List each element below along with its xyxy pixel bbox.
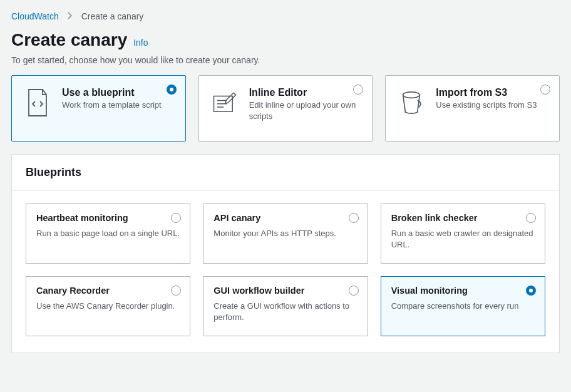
blueprint-api[interactable]: API canary Monitor your APIs as HTTP ste…	[203, 204, 368, 264]
breadcrumb-root-link[interactable]: CloudWatch	[11, 11, 59, 21]
blueprint-title: Canary Recorder	[36, 286, 180, 296]
tile-title: Import from S3	[436, 87, 547, 98]
radio-icon	[526, 286, 536, 296]
blueprint-desc: Use the AWS Canary Recorder plugin.	[36, 301, 180, 312]
creation-method-s3[interactable]: Import from S3 Use existing scripts from…	[385, 75, 560, 142]
blueprint-desc: Run a basic web crawler on designated UR…	[391, 228, 535, 250]
blueprint-desc: Run a basic page load on a single URL.	[36, 228, 180, 239]
blueprint-heartbeat[interactable]: Heartbeat monitoring Run a basic page lo…	[26, 204, 190, 264]
radio-icon	[349, 213, 359, 223]
bucket-icon	[398, 90, 424, 116]
document-code-icon	[24, 90, 51, 116]
blueprint-title: Visual monitoring	[391, 286, 535, 296]
blueprint-title: Heartbeat monitoring	[36, 213, 180, 223]
breadcrumb-current: Create a canary	[81, 11, 144, 21]
blueprint-recorder[interactable]: Canary Recorder Use the AWS Canary Recor…	[26, 276, 190, 336]
blueprint-visual[interactable]: Visual monitoring Compare screenshots fo…	[381, 276, 545, 336]
radio-icon	[349, 286, 359, 296]
svg-point-4	[403, 92, 420, 98]
creation-method-blueprint[interactable]: Use a blueprint Work from a template scr…	[11, 75, 186, 142]
blueprint-desc: Compare screenshots for every run	[391, 301, 535, 312]
blueprint-desc: Create a GUI workflow with actions to pe…	[213, 301, 357, 322]
blueprints-panel: Blueprints Heartbeat monitoring Run a ba…	[11, 154, 560, 353]
radio-icon	[167, 85, 177, 95]
tile-desc: Use existing scripts from S3	[436, 100, 547, 111]
tile-desc: Edit inline or upload your own scripts	[249, 100, 360, 121]
edit-document-icon	[212, 90, 238, 116]
blueprint-gui[interactable]: GUI workflow builder Create a GUI workfl…	[203, 276, 368, 336]
radio-icon	[353, 85, 363, 95]
blueprint-title: GUI workflow builder	[213, 286, 357, 296]
blueprints-heading: Blueprints	[12, 155, 559, 191]
blueprint-desc: Monitor your APIs as HTTP steps.	[213, 228, 357, 239]
radio-icon	[526, 213, 536, 223]
blueprints-grid: Heartbeat monitoring Run a basic page lo…	[26, 204, 545, 336]
page-subtitle: To get started, choose how you would lik…	[11, 55, 560, 65]
chevron-right-icon	[68, 11, 73, 21]
page-title: Create canary	[11, 30, 127, 50]
info-link[interactable]: Info	[133, 38, 148, 48]
breadcrumb: CloudWatch Create a canary	[11, 11, 560, 21]
creation-method-inline[interactable]: Inline Editor Edit inline or upload your…	[198, 75, 373, 142]
blueprint-brokenlink[interactable]: Broken link checker Run a basic web craw…	[381, 204, 545, 264]
creation-method-group: Use a blueprint Work from a template scr…	[11, 75, 560, 142]
tile-desc: Work from a template script	[62, 100, 173, 111]
tile-title: Use a blueprint	[62, 87, 173, 98]
tile-title: Inline Editor	[249, 87, 360, 98]
blueprint-title: Broken link checker	[391, 213, 535, 223]
radio-icon	[540, 85, 550, 95]
blueprint-title: API canary	[213, 213, 357, 223]
